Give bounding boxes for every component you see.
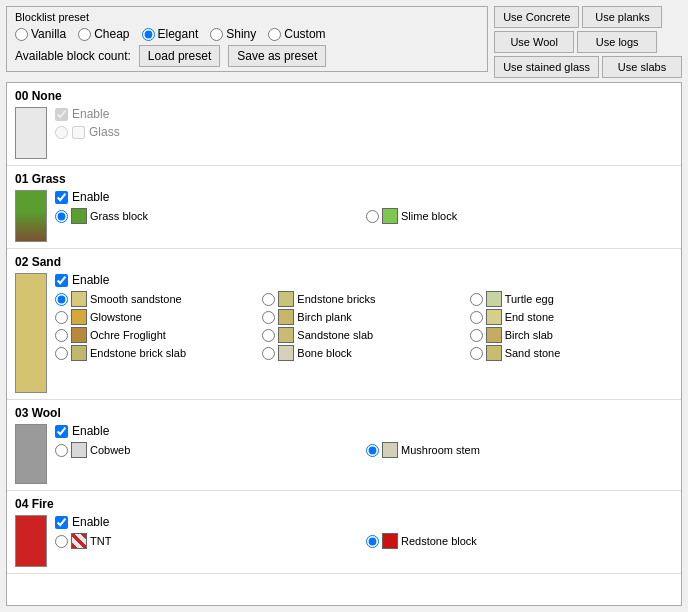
section-00-header: 00 None [15,89,673,103]
radio-custom[interactable]: Custom [268,27,325,41]
section-04-options: TNT Redstone block [55,533,673,549]
count-label: Available block count: [15,49,131,63]
option-grass-block-radio[interactable] [55,210,68,223]
option-birch-slab: Birch slab [470,327,673,343]
option-smooth-sandstone-radio[interactable] [55,293,68,306]
radio-shiny[interactable]: Shiny [210,27,256,41]
glowstone-icon [71,309,87,325]
section-04-icon [15,515,47,567]
glowstone-label: Glowstone [90,311,142,323]
endstone-bricks-label: Endstone bricks [297,293,375,305]
scroll-area[interactable]: 00 None Enable Glass 01 Grass [6,82,682,606]
section-04-enable-label: Enable [72,515,109,529]
option-ochre-froglight: Ochre Froglight [55,327,258,343]
option-endstone-bricks-radio[interactable] [262,293,275,306]
section-00: 00 None Enable Glass [7,83,681,166]
section-01-options: Grass block Slime block [55,208,673,224]
option-redstone-block-radio[interactable] [366,535,379,548]
section-01-enable-checkbox[interactable] [55,191,68,204]
use-stained-glass-button[interactable]: Use stained glass [494,56,599,78]
option-glowstone-radio[interactable] [55,311,68,324]
turtle-egg-label: Turtle egg [505,293,554,305]
section-00-glass-checkbox[interactable] [72,126,85,139]
ochre-froglight-icon [71,327,87,343]
section-02-content: Enable Smooth sandstone Endstone bricks [55,273,673,393]
section-00-enable-checkbox[interactable] [55,108,68,121]
section-04-content: Enable TNT Redstone block [55,515,673,567]
section-01-icon [15,190,47,242]
birch-plank-label: Birch plank [297,311,351,323]
turtle-egg-icon [486,291,502,307]
option-mushroom-stem-radio[interactable] [366,444,379,457]
bone-block-label: Bone block [297,347,351,359]
option-birch-plank: Birch plank [262,309,465,325]
end-stone-icon [486,309,502,325]
option-tnt: TNT [55,533,362,549]
use-concrete-button[interactable]: Use Concrete [494,6,579,28]
load-preset-button[interactable]: Load preset [139,45,220,67]
side-row-1: Use Concrete Use planks [494,6,682,28]
option-bone-block: Bone block [262,345,465,361]
option-endstone-bricks: Endstone bricks [262,291,465,307]
option-turtle-egg-radio[interactable] [470,293,483,306]
section-04-enable-row: Enable [55,515,673,529]
slime-block-label: Slime block [401,210,457,222]
section-01: 01 Grass Enable Grass block [7,166,681,249]
option-grass-block: Grass block [55,208,362,224]
cobweb-label: Cobweb [90,444,130,456]
use-logs-button[interactable]: Use logs [577,31,657,53]
endstone-bricks-icon [278,291,294,307]
preset-radio-row: Vanilla Cheap Elegant Shiny Custom [15,27,479,41]
radio-vanilla[interactable]: Vanilla [15,27,66,41]
section-02-body: Enable Smooth sandstone Endstone bricks [15,273,673,393]
sandstone-slab-label: Sandstone slab [297,329,373,341]
section-04-body: Enable TNT Redstone block [15,515,673,567]
option-sandstone-slab-radio[interactable] [262,329,275,342]
top-panel: Blocklist preset Vanilla Cheap Elegant [6,6,682,78]
side-buttons: Use Concrete Use planks Use Wool Use log… [494,6,682,78]
option-sandstone-slab: Sandstone slab [262,327,465,343]
section-00-glass-label: Glass [89,125,120,139]
option-endstone-brick-slab-radio[interactable] [55,347,68,360]
option-bone-block-radio[interactable] [262,347,275,360]
bone-block-icon [278,345,294,361]
mushroom-stem-icon [382,442,398,458]
option-end-stone-radio[interactable] [470,311,483,324]
use-wool-button[interactable]: Use Wool [494,31,574,53]
section-03-enable-label: Enable [72,424,109,438]
option-mushroom-stem: Mushroom stem [366,442,673,458]
section-00-glass-row: Glass [55,125,673,139]
section-03-enable-checkbox[interactable] [55,425,68,438]
radio-elegant[interactable]: Elegant [142,27,199,41]
option-ochre-froglight-radio[interactable] [55,329,68,342]
use-planks-button[interactable]: Use planks [582,6,662,28]
section-04-enable-checkbox[interactable] [55,516,68,529]
radio-cheap[interactable]: Cheap [78,27,129,41]
section-00-body: Enable Glass [15,107,673,159]
section-02-enable-checkbox[interactable] [55,274,68,287]
option-slime-block-radio[interactable] [366,210,379,223]
option-tnt-radio[interactable] [55,535,68,548]
section-01-content: Enable Grass block Slime block [55,190,673,242]
section-00-glass-radio[interactable] [55,126,68,139]
option-smooth-sandstone: Smooth sandstone [55,291,258,307]
section-02-enable-row: Enable [55,273,673,287]
section-04: 04 Fire Enable TNT [7,491,681,574]
option-birch-plank-radio[interactable] [262,311,275,324]
option-birch-slab-radio[interactable] [470,329,483,342]
option-turtle-egg: Turtle egg [470,291,673,307]
section-03-options: Cobweb Mushroom stem [55,442,673,458]
use-slabs-button[interactable]: Use slabs [602,56,682,78]
option-cobweb-radio[interactable] [55,444,68,457]
section-02: 02 Sand Enable Smooth sandstone [7,249,681,400]
preset-box: Blocklist preset Vanilla Cheap Elegant [6,6,488,72]
option-sand-stone-radio[interactable] [470,347,483,360]
smooth-sandstone-label: Smooth sandstone [90,293,182,305]
mushroom-stem-label: Mushroom stem [401,444,480,456]
cobweb-icon [71,442,87,458]
birch-slab-icon [486,327,502,343]
save-preset-button[interactable]: Save as preset [228,45,326,67]
tnt-label: TNT [90,535,111,547]
section-03-content: Enable Cobweb Mushroom stem [55,424,673,484]
option-cobweb: Cobweb [55,442,362,458]
